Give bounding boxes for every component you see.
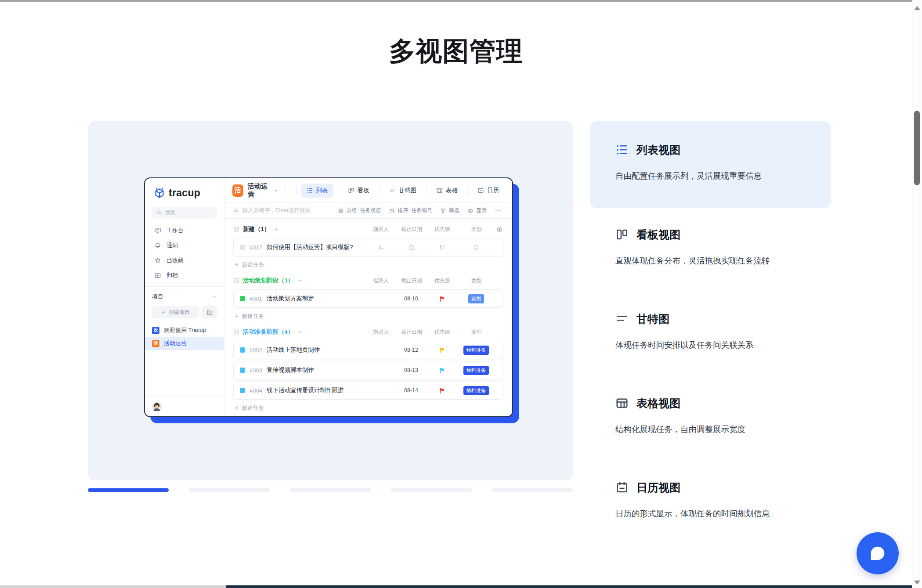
column-due-date: 截止日期 [396, 328, 427, 336]
pagination-bar[interactable] [88, 488, 169, 492]
group-title: 新建（1） [243, 225, 270, 233]
project-list-item[interactable]: 欢 欢迎使用 Tracup [145, 324, 224, 337]
filter-control[interactable]: 筛选 [440, 207, 459, 214]
cell-assignee[interactable] [365, 345, 396, 355]
task-status-square[interactable] [240, 347, 245, 353]
chevron-down-icon[interactable] [212, 294, 217, 299]
column-assignee: 指派人 [365, 277, 396, 285]
menu-icon [154, 242, 161, 249]
pagination-bar[interactable] [492, 488, 573, 492]
add-task-button[interactable]: 新建任务 [233, 258, 503, 271]
task-row[interactable]: #003 宣传视频脚本制作 08-13 [233, 361, 503, 379]
cell-priority[interactable] [427, 347, 457, 354]
task-status-square[interactable] [240, 245, 245, 250]
feature-icon [615, 481, 629, 494]
cell-priority[interactable] [427, 367, 457, 374]
view-tab[interactable]: 列表 [301, 184, 333, 198]
search-icon [156, 210, 162, 216]
task-row[interactable]: #017 如何使用【活动运营】项目模版? [233, 238, 503, 256]
view-tab[interactable]: 看板 [343, 184, 375, 198]
cell-due-date[interactable]: 08-10 [396, 296, 427, 302]
task-status-square[interactable] [240, 368, 245, 373]
cell-due-date[interactable]: 08-14 [396, 387, 427, 393]
pagination-bar[interactable] [189, 488, 270, 492]
view-tab[interactable]: 日历 [472, 184, 504, 198]
group-title: 活动策划阶段（1） [243, 277, 294, 285]
project-badge: 欢 [152, 327, 159, 334]
add-column-icon[interactable] [496, 226, 503, 233]
group-add-icon[interactable] [297, 329, 303, 335]
pagination-bar[interactable] [391, 488, 472, 492]
cell-assignee[interactable] [365, 293, 396, 304]
filter-control[interactable]: 排序: 任务编号 [389, 207, 432, 214]
cell-priority[interactable] [427, 296, 457, 302]
project-list-item[interactable]: 活 活动运营 [145, 337, 224, 350]
task-row[interactable]: #004 线下活动宣传册设计制作跟进 08 [233, 381, 503, 400]
cell-type[interactable] [457, 244, 495, 251]
add-task-button[interactable]: 新建任务 [233, 401, 503, 415]
group-checkbox-icon[interactable] [233, 278, 239, 284]
filter-control-label: 筛选 [449, 207, 459, 214]
group-checkbox-icon[interactable] [233, 329, 239, 335]
view-feature-item[interactable]: 日历视图 日历的形式显示，体现任务的时间规划信息 [590, 480, 831, 519]
caret-down-icon[interactable] [273, 188, 279, 194]
cell-type[interactable]: 物料准备 [457, 386, 495, 395]
cell-priority[interactable] [427, 244, 457, 251]
view-feature-item[interactable]: 列表视图 自由配置任务展示列，灵活展现重要信息 [590, 121, 831, 208]
type-badge: 策划 [468, 294, 484, 303]
chat-widget-button[interactable] [857, 532, 899, 574]
cell-due-date[interactable] [396, 244, 427, 251]
create-folder-button[interactable] [202, 306, 217, 318]
task-row[interactable]: #001 活动策划方案制定 08-10 [233, 289, 503, 308]
sidebar-menu-item[interactable]: 通知 [145, 238, 224, 253]
cell-due-date[interactable]: 08-13 [396, 367, 427, 373]
app-sidebar: tracup 搜索 工作台 通知 [145, 178, 224, 416]
scrollbar-up-arrow[interactable] [914, 6, 920, 10]
search-icon [233, 208, 239, 213]
pagination-bar[interactable] [290, 488, 371, 492]
view-tab-icon [436, 187, 443, 194]
view-tab-label: 列表 [316, 187, 328, 195]
group-checkbox-icon[interactable] [233, 226, 239, 232]
task-row[interactable]: #002 活动线上落地页制作 08-12 [233, 341, 503, 359]
cell-type[interactable]: 策划 [457, 294, 495, 303]
task-status-square[interactable] [240, 296, 245, 301]
view-tab[interactable]: 甘特图 [384, 184, 422, 198]
view-feature-item[interactable]: 看板视图 直观体现任务分布，灵活拖拽实现任务流转 [590, 227, 831, 267]
task-search-input[interactable]: 输入关键字，Enter进行搜索 [233, 207, 311, 214]
view-tab[interactable]: 表格 [431, 184, 463, 198]
sidebar-search-input[interactable]: 搜索 [152, 207, 217, 219]
group-tasks: #001 活动策划方案制定 08-10 [233, 289, 503, 308]
group-add-icon[interactable] [297, 278, 303, 283]
sidebar-menu-item[interactable]: 归档 [145, 268, 224, 283]
group-add-icon[interactable] [274, 227, 279, 232]
view-feature-item[interactable]: 表格视图 结构化展现任务，自由调整展示宽度 [590, 396, 831, 435]
user-avatar[interactable] [152, 401, 162, 412]
cell-due-date[interactable]: 08-12 [396, 347, 427, 353]
tracup-cube-icon [154, 188, 165, 199]
cell-type[interactable]: 物料准备 [457, 346, 495, 355]
create-project-button[interactable]: 创建项目 [152, 306, 199, 318]
column-priority: 优先级 [427, 226, 458, 233]
add-task-button[interactable]: 新建任务 [233, 310, 503, 323]
cell-type[interactable]: 物料准备 [457, 366, 495, 375]
filter-control[interactable]: 显示 [467, 207, 487, 214]
scrollbar-down-arrow[interactable] [914, 581, 920, 584]
task-status-square[interactable] [240, 388, 245, 393]
filter-control[interactable]: 分组: 任务状态 [338, 207, 381, 214]
sidebar-menu-item[interactable]: 工作台 [145, 223, 224, 238]
task-id: #001 [249, 296, 262, 302]
cell-assignee[interactable] [365, 365, 396, 375]
cell-assignee[interactable] [365, 385, 396, 396]
cell-assignee[interactable] [365, 244, 396, 251]
group-tasks: #002 活动线上落地页制作 08-12 [233, 341, 503, 400]
feature-description: 结构化展现任务，自由调整展示宽度 [615, 424, 831, 435]
due-date: 08-14 [404, 387, 418, 393]
sidebar-menu-item[interactable]: 已收藏 [145, 253, 224, 268]
cell-priority[interactable] [427, 387, 457, 394]
project-name[interactable]: 活动运营 [248, 182, 271, 199]
filter-control[interactable] [495, 208, 503, 214]
view-feature-item[interactable]: 甘特图 体现任务时间安排以及任务间关联关系 [590, 311, 831, 351]
scrollbar-thumb[interactable] [914, 111, 920, 185]
feature-title: 列表视图 [636, 143, 680, 157]
